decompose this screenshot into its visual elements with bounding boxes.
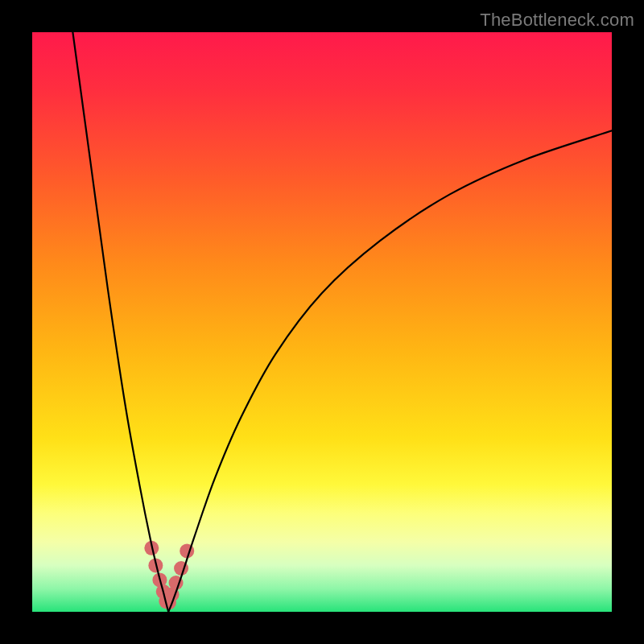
bottleneck-curve-left — [72, 32, 168, 612]
chart-frame: TheBottleneck.com — [0, 0, 644, 644]
bottleneck-curve-right — [168, 130, 612, 612]
highlight-dots-group — [144, 541, 194, 610]
curve-layer — [32, 32, 612, 612]
plot-area — [32, 32, 612, 612]
watermark-text: TheBottleneck.com — [480, 10, 634, 31]
